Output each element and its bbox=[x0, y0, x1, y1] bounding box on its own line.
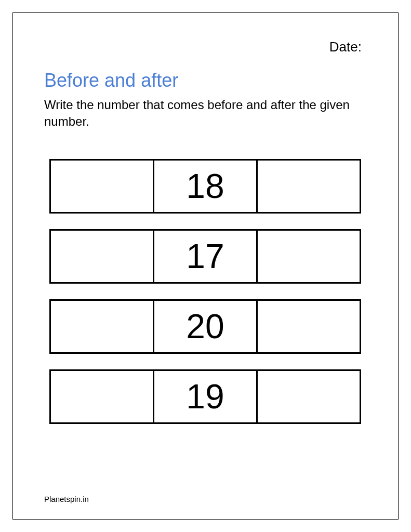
after-cell[interactable] bbox=[258, 229, 361, 284]
given-cell: 18 bbox=[153, 159, 258, 214]
given-cell: 17 bbox=[153, 229, 258, 284]
given-cell: 19 bbox=[153, 369, 258, 424]
given-cell: 20 bbox=[153, 299, 258, 354]
date-label: Date: bbox=[44, 39, 367, 55]
after-cell[interactable] bbox=[258, 369, 361, 424]
before-cell[interactable] bbox=[49, 229, 153, 284]
number-row: 18 bbox=[49, 159, 361, 214]
after-cell[interactable] bbox=[258, 159, 361, 214]
after-cell[interactable] bbox=[258, 299, 361, 354]
number-rows: 18 17 20 19 bbox=[44, 159, 367, 424]
before-cell[interactable] bbox=[49, 159, 153, 214]
page-title: Before and after bbox=[44, 70, 367, 91]
number-row: 17 bbox=[49, 229, 361, 284]
footer-text: Planetspin.in bbox=[44, 495, 89, 503]
before-cell[interactable] bbox=[49, 299, 153, 354]
number-row: 20 bbox=[49, 299, 361, 354]
instruction-text: Write the number that comes before and a… bbox=[44, 97, 367, 130]
before-cell[interactable] bbox=[49, 369, 153, 424]
number-row: 19 bbox=[49, 369, 361, 424]
worksheet-page: Date: Before and after Write the number … bbox=[12, 12, 399, 520]
